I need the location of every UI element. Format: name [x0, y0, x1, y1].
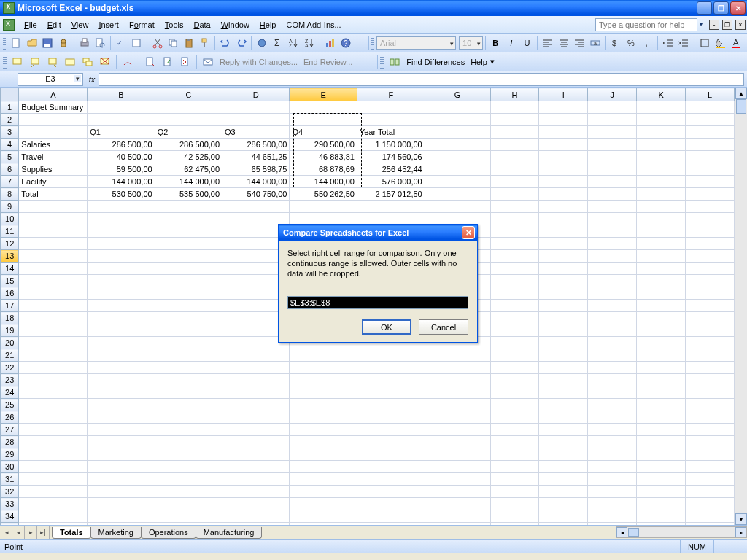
cell[interactable] — [637, 448, 686, 461]
cell[interactable] — [88, 250, 155, 262]
row-header[interactable]: 34 — [1, 510, 19, 523]
cell[interactable] — [357, 201, 425, 213]
cell[interactable] — [425, 139, 490, 151]
help-button[interactable]: ? — [338, 35, 353, 51]
cell[interactable] — [155, 486, 222, 498]
cell[interactable] — [19, 448, 88, 461]
cell[interactable] — [425, 126, 490, 139]
cell[interactable] — [686, 399, 735, 411]
cell[interactable] — [490, 275, 539, 287]
cell[interactable] — [290, 374, 357, 386]
cell[interactable] — [490, 461, 539, 473]
cell[interactable] — [588, 287, 637, 300]
cell[interactable] — [539, 188, 588, 201]
cell[interactable] — [637, 424, 686, 436]
cell[interactable]: 144 000,00 — [88, 176, 155, 188]
cell[interactable] — [686, 201, 735, 213]
cell[interactable] — [588, 300, 637, 312]
row-header[interactable]: 1 — [1, 101, 19, 114]
scroll-down-icon[interactable]: ▼ — [735, 513, 747, 525]
cell[interactable] — [539, 201, 588, 213]
print-preview-button[interactable] — [93, 35, 107, 51]
cell[interactable] — [19, 262, 88, 275]
cell[interactable] — [490, 399, 539, 411]
cell[interactable] — [88, 225, 155, 238]
font-color-button[interactable]: A — [729, 35, 743, 51]
col-header[interactable]: B — [88, 88, 155, 101]
cell[interactable] — [222, 399, 290, 411]
cell[interactable] — [588, 386, 637, 399]
currency-button[interactable]: $ — [608, 35, 623, 51]
cell[interactable] — [588, 324, 637, 337]
cell[interactable] — [539, 225, 588, 238]
reply-changes-button[interactable]: Reply with Changes... — [217, 58, 301, 66]
row-header[interactable]: 13 — [1, 250, 19, 262]
cell[interactable] — [425, 498, 490, 510]
cell[interactable] — [490, 225, 539, 238]
cell[interactable] — [19, 201, 88, 213]
cell[interactable] — [588, 201, 637, 213]
cell[interactable] — [357, 386, 425, 399]
merge-center-button[interactable]: a — [588, 35, 603, 51]
cell[interactable] — [88, 399, 155, 411]
cell[interactable] — [637, 201, 686, 213]
cell[interactable] — [155, 213, 222, 225]
chart-wizard-button[interactable] — [322, 35, 337, 51]
cell[interactable] — [490, 424, 539, 436]
show-all-comments-button[interactable] — [80, 54, 96, 70]
row-header[interactable]: 24 — [1, 386, 19, 399]
cell[interactable] — [88, 262, 155, 275]
minimize-button[interactable]: _ — [697, 1, 712, 15]
row-header[interactable]: 10 — [1, 213, 19, 225]
sort-asc-button[interactable]: AZ — [286, 35, 301, 51]
mdi-minimize-button[interactable]: - — [709, 20, 719, 30]
cell[interactable] — [425, 510, 490, 523]
cell[interactable] — [539, 250, 588, 262]
cell[interactable] — [425, 473, 490, 486]
col-header[interactable]: K — [637, 88, 686, 101]
menu-format[interactable]: Format — [124, 18, 160, 31]
row-header[interactable]: 16 — [1, 287, 19, 300]
cell[interactable]: Budget Summary — [19, 101, 88, 114]
cell[interactable] — [539, 101, 588, 114]
col-header[interactable]: F — [357, 88, 425, 101]
cell[interactable] — [588, 139, 637, 151]
cell[interactable] — [19, 461, 88, 473]
cell[interactable] — [290, 424, 357, 436]
cell[interactable] — [425, 176, 490, 188]
cell[interactable] — [222, 473, 290, 486]
cell[interactable] — [490, 151, 539, 163]
scroll-thumb[interactable] — [628, 528, 639, 537]
cell[interactable]: 44 651,25 — [222, 151, 290, 163]
comma-button[interactable]: , — [640, 35, 655, 51]
workbook-icon[interactable] — [3, 19, 15, 31]
cell[interactable] — [88, 300, 155, 312]
cell[interactable] — [88, 201, 155, 213]
col-header[interactable]: G — [425, 88, 490, 101]
cell[interactable]: Q3 — [222, 126, 290, 139]
cell[interactable] — [88, 213, 155, 225]
cell[interactable] — [19, 126, 88, 139]
cell[interactable] — [490, 324, 539, 337]
cell[interactable] — [686, 337, 735, 349]
cell[interactable] — [222, 213, 290, 225]
dialog-close-button[interactable]: ✕ — [462, 226, 475, 239]
paste-button[interactable] — [182, 35, 196, 51]
menu-insert[interactable]: Insert — [93, 18, 124, 31]
cell[interactable] — [290, 213, 357, 225]
cell[interactable] — [637, 510, 686, 523]
cell[interactable] — [490, 362, 539, 374]
cell[interactable] — [155, 498, 222, 510]
cell[interactable] — [686, 262, 735, 275]
row-header[interactable]: 28 — [1, 436, 19, 448]
horizontal-scrollbar[interactable]: ◂ ▸ — [616, 526, 747, 538]
cell[interactable] — [686, 486, 735, 498]
cell[interactable] — [290, 523, 357, 526]
cell[interactable]: Salaries — [19, 139, 88, 151]
cell[interactable]: 68 878,69 — [290, 163, 357, 176]
cell[interactable] — [155, 473, 222, 486]
cell[interactable] — [686, 225, 735, 238]
cell[interactable] — [290, 386, 357, 399]
end-review-button[interactable]: End Review... — [301, 58, 355, 66]
cell[interactable] — [490, 250, 539, 262]
